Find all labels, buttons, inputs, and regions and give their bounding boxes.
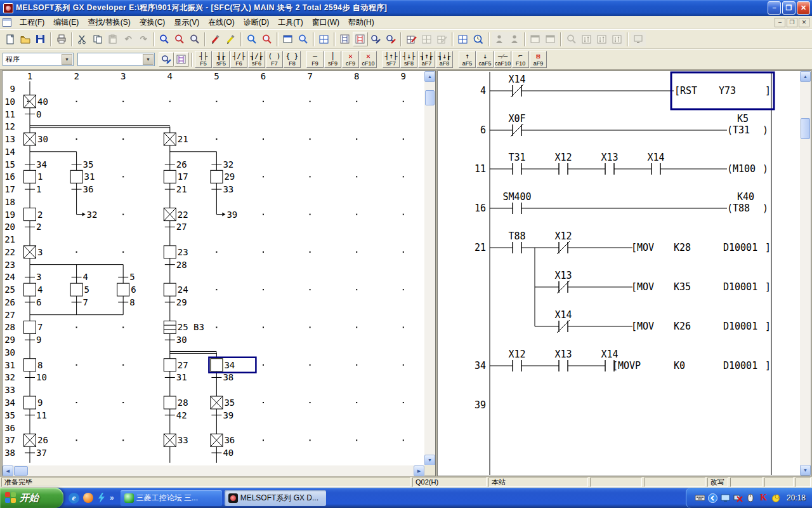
- sfc-transition[interactable]: 27: [165, 222, 187, 232]
- sfc-step[interactable]: 9: [24, 396, 43, 409]
- start-button[interactable]: 开始: [0, 488, 63, 508]
- sfc-step[interactable]: 28: [164, 396, 188, 409]
- sfc-transition[interactable]: 35: [72, 159, 94, 170]
- sfc-vscroll-thumb[interactable]: [425, 90, 435, 105]
- scroll-left-icon[interactable]: ◀: [3, 465, 13, 476]
- mdi-minimize-button[interactable]: –: [775, 18, 785, 27]
- find-string-button[interactable]: [187, 32, 202, 46]
- ladder-coil[interactable]: (M100): [727, 163, 768, 175]
- sfc-transition[interactable]: 10: [25, 372, 47, 382]
- network-error-icon[interactable]: [733, 493, 743, 503]
- ie-icon[interactable]: e: [69, 493, 79, 504]
- ladder-canvas[interactable]: 461116213439X14X0FT31X12X13X14SM400T88X1…: [438, 71, 800, 476]
- ladder-tool-caF10[interactable]: ─⁄─caF10: [494, 51, 511, 68]
- zoom-out-button[interactable]: [244, 32, 259, 46]
- ladder-instruction[interactable]: [MOVPK0D10001]: [612, 360, 771, 371]
- ladder-vscroll-thumb[interactable]: [801, 118, 810, 139]
- scroll-down-icon[interactable]: ▼: [424, 455, 435, 465]
- write-mode-button[interactable]: [383, 32, 398, 46]
- ladder-tool-sF8[interactable]: ┤↓├sF8: [400, 51, 417, 68]
- ladder-tool-F5[interactable]: ┤├F5: [195, 51, 212, 68]
- scroll-down-icon[interactable]: ▼: [800, 465, 811, 476]
- device-label-button[interactable]: [174, 52, 189, 67]
- sfc-step[interactable]: 24: [164, 283, 188, 296]
- ladder-no-contact[interactable]: SM400: [502, 191, 531, 214]
- sfc-step[interactable]: 5: [70, 283, 89, 296]
- cut-button[interactable]: [75, 32, 90, 46]
- io-data-button[interactable]: [317, 32, 332, 46]
- program-select[interactable]: 程序 ▼: [3, 53, 74, 66]
- messenger-bird-icon[interactable]: [771, 493, 781, 503]
- ladder-no-contact[interactable]: X12: [508, 349, 525, 371]
- sfc-transition[interactable]: 31: [165, 372, 187, 382]
- sfc-horizontal-scrollbar[interactable]: ◀ ▶: [3, 465, 424, 476]
- sfc-transition[interactable]: 29: [165, 297, 187, 307]
- sfc-transition[interactable]: 40: [211, 448, 233, 458]
- sfc-step[interactable]: 6: [117, 283, 136, 296]
- taskbar-task-2[interactable]: MELSOFT系列 GX D...: [225, 490, 326, 506]
- ladder-vertical-scrollbar[interactable]: ▲ ▼: [800, 71, 811, 476]
- zoom-lock-button[interactable]: [259, 32, 275, 46]
- scroll-up-icon[interactable]: ▲: [800, 71, 811, 82]
- ladder-tool-aF8[interactable]: ┧↓┟aF8: [436, 51, 453, 68]
- keyboard-icon[interactable]: [695, 493, 705, 503]
- open-button[interactable]: [18, 32, 33, 46]
- sfc-step[interactable]: 4: [24, 283, 43, 296]
- menu-item-1[interactable]: 工程(F): [15, 16, 49, 29]
- menu-item-9[interactable]: 窗口(W): [308, 16, 344, 29]
- sfc-step[interactable]: 31: [70, 170, 95, 183]
- sfc-transition[interactable]: 21: [165, 184, 187, 194]
- ladder-tool-sF7[interactable]: ┤↑├sF7: [383, 51, 400, 68]
- ladder-instruction[interactable]: [RSTY73]: [674, 85, 771, 97]
- menu-item-7[interactable]: 诊断(D): [239, 16, 274, 29]
- restore-button[interactable]: ❐: [782, 1, 796, 15]
- ladder-tool-sF9[interactable]: │sF9: [324, 51, 341, 68]
- sfc-transition[interactable]: 5: [118, 272, 134, 282]
- display-icon[interactable]: [721, 493, 730, 503]
- copy-button[interactable]: [90, 32, 105, 46]
- ladder-tool-sF5[interactable]: ┧┟sF5: [213, 51, 230, 68]
- sfc-step[interactable]: 8: [24, 359, 43, 371]
- ladder-coil[interactable]: (T31)K5: [727, 113, 768, 136]
- quicklaunch-overflow-icon[interactable]: »: [110, 493, 114, 502]
- menu-item-4[interactable]: 变换(C): [135, 16, 170, 29]
- sfc-transition[interactable]: 11: [25, 410, 47, 420]
- sfc-hscroll-thumb[interactable]: [14, 466, 28, 476]
- sfc-step[interactable]: 7: [24, 321, 43, 333]
- sfc-transition[interactable]: 3: [25, 272, 41, 282]
- statement-button[interactable]: [223, 32, 239, 46]
- ladder-tool-cF9[interactable]: ✕cF9: [342, 51, 359, 68]
- sfc-transition[interactable]: 37: [25, 448, 47, 458]
- sfc-view-button[interactable]: [353, 32, 368, 46]
- ladder-instruction[interactable]: [MOVK28D10001]: [631, 242, 771, 253]
- ladder-instruction[interactable]: [MOVK26D10001]: [631, 321, 771, 332]
- mdi-close-button[interactable]: ✕: [799, 18, 809, 27]
- ladder-nc-contact[interactable]: X14: [508, 74, 525, 97]
- antivirus-k-icon[interactable]: K: [759, 493, 768, 503]
- sfc-transition[interactable]: 2: [25, 222, 41, 232]
- window-split-button[interactable]: [280, 32, 296, 46]
- ladder-tool-F9[interactable]: ─F9: [306, 51, 324, 68]
- sfc-transition[interactable]: 30: [165, 335, 187, 345]
- sfc-transition[interactable]: 38: [211, 372, 233, 382]
- sfc-write-button[interactable]: [404, 32, 419, 46]
- scroll-right-icon[interactable]: ▶: [414, 465, 424, 476]
- sfc-transition[interactable]: 32: [211, 159, 233, 170]
- monitor-clock-button[interactable]: [471, 32, 486, 46]
- ladder-tool-cF10[interactable]: ✕cF10: [360, 51, 377, 68]
- sfc-step[interactable]: 22: [164, 208, 188, 221]
- ladder-instruction[interactable]: [MOVK35D10001]: [631, 281, 771, 293]
- sfc-transition[interactable]: 28: [165, 260, 187, 270]
- ladder-tool-F10[interactable]: ⌐F10: [512, 51, 529, 68]
- sfc-transition[interactable]: 34: [25, 159, 47, 170]
- sfc-transition[interactable]: 9: [25, 335, 41, 345]
- sfc-jump[interactable]: 32: [77, 210, 98, 220]
- ladder-tool-F6[interactable]: ┤/├F6: [230, 51, 247, 68]
- ladder-tool-aF9[interactable]: ⊠aF9: [530, 51, 547, 68]
- close-button[interactable]: ✕: [797, 1, 810, 15]
- new-button[interactable]: [3, 32, 18, 46]
- sfc-transition[interactable]: 42: [165, 410, 187, 420]
- sfc-transition[interactable]: 6: [25, 297, 41, 307]
- menu-item-3[interactable]: 查找/替换(S): [83, 16, 134, 29]
- collapse-chevron-icon[interactable]: [708, 493, 717, 503]
